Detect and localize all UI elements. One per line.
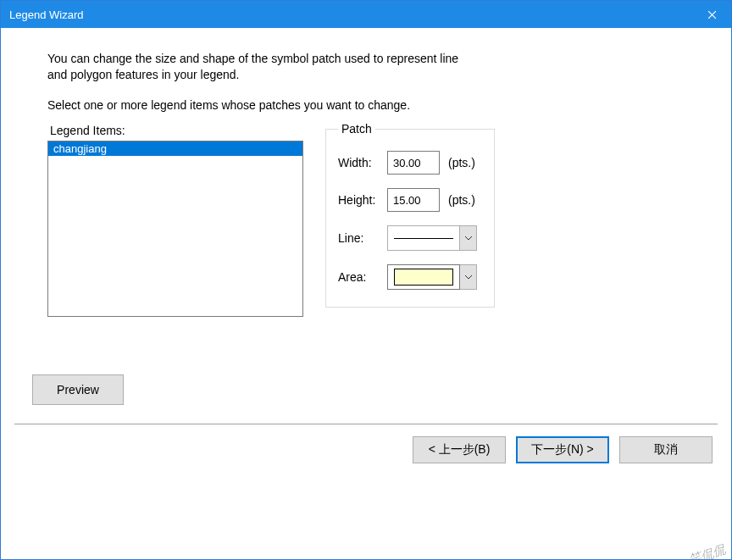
height-input[interactable] [387, 188, 440, 212]
back-button[interactable]: < 上一步(B) [413, 436, 506, 463]
width-label: Width: [338, 156, 387, 169]
patch-group: Patch Width: (pts.) Height: (pts.) Line: [325, 122, 495, 308]
line-sample [394, 238, 453, 239]
window-title: Legend Wizard [9, 8, 83, 21]
list-item[interactable]: changjiang [48, 141, 302, 156]
next-button[interactable]: 下一步(N) > [516, 436, 609, 463]
window: Legend Wizard You can change the size an… [0, 0, 732, 560]
area-combo[interactable] [387, 264, 477, 290]
area-row: Area: [338, 264, 482, 290]
height-unit: (pts.) [448, 193, 475, 207]
legend-items-listbox[interactable]: changjiang [47, 141, 303, 317]
close-icon [707, 10, 717, 19]
width-unit: (pts.) [448, 156, 475, 169]
area-label: Area: [338, 270, 387, 284]
titlebar: Legend Wizard [1, 1, 731, 28]
line-label: Line: [338, 231, 387, 245]
client-area: You can change the size and shape of the… [1, 28, 731, 559]
line-dropdown-button[interactable] [460, 225, 477, 251]
chevron-down-icon [465, 236, 472, 241]
area-sample [394, 269, 453, 286]
legend-items-label: Legend Items: [50, 124, 303, 137]
area-sample-display [387, 264, 460, 290]
height-label: Height: [338, 193, 387, 207]
intro-line1: You can change the size and shape of the… [47, 52, 685, 65]
patch-group-label: Patch [338, 122, 375, 136]
line-sample-display [387, 225, 460, 251]
width-row: Width: (pts.) [338, 151, 482, 175]
close-button[interactable] [692, 1, 731, 28]
panels: Legend Items: changjiang Patch Width: (p… [47, 124, 685, 317]
width-input[interactable] [387, 151, 440, 175]
height-row: Height: (pts.) [338, 188, 482, 212]
cancel-button[interactable]: 取消 [619, 436, 713, 463]
intro-line2: and polygon features in your legend. [47, 68, 685, 81]
instruction-text: Select one or more legend items whose pa… [47, 98, 685, 112]
chevron-down-icon [465, 275, 472, 280]
line-row: Line: [338, 225, 482, 251]
area-dropdown-button[interactable] [460, 264, 477, 290]
preview-button[interactable]: Preview [32, 374, 124, 405]
legend-column: Legend Items: changjiang [47, 124, 303, 317]
line-combo[interactable] [387, 225, 477, 251]
wizard-footer: < 上一步(B) 下一步(N) > 取消 [1, 424, 731, 463]
content: You can change the size and shape of the… [1, 28, 731, 405]
